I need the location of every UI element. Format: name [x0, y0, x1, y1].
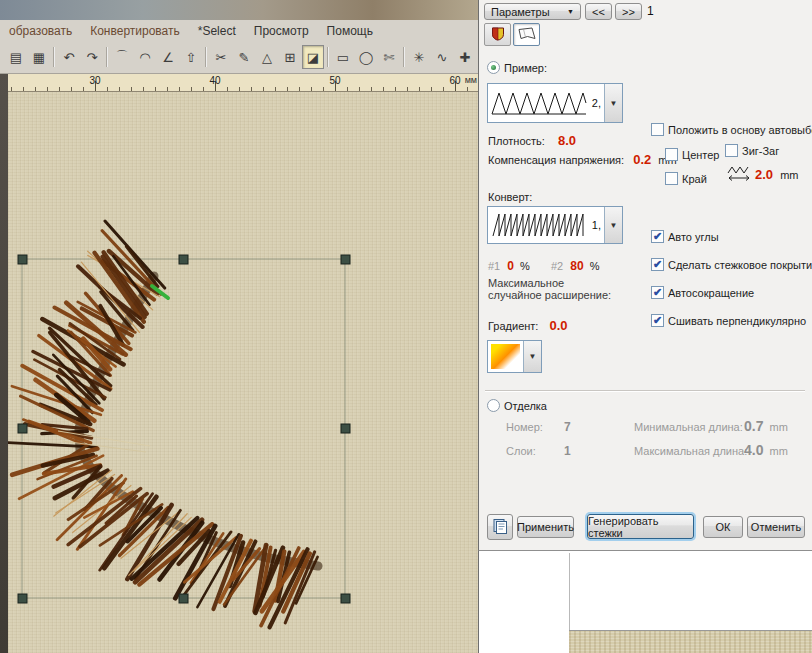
generate-stitches-button[interactable]: Генерировать стежки: [587, 514, 694, 539]
toolbar-protractor-button[interactable]: ◠: [134, 45, 156, 69]
compensation-row: Компенсация напряжения: 0.2 mm: [488, 152, 677, 167]
checkbox-label: Автосокращение: [668, 287, 754, 299]
ruler-label: 50: [323, 75, 347, 86]
toolbar-scissors-button[interactable]: ✄: [378, 45, 400, 69]
menu-item-transform[interactable]: образовать: [0, 24, 81, 38]
density-value[interactable]: 8.0: [558, 133, 576, 148]
parameters-menu-button[interactable]: Параметры ▼: [484, 3, 581, 20]
toolbar-undo-button[interactable]: ↶: [58, 45, 80, 69]
shield-tool-button[interactable]: [484, 23, 511, 46]
envelope-pattern-combo[interactable]: 1, ▼: [487, 206, 623, 244]
gradient-color-swatch: [488, 341, 523, 372]
toolbar-nodes-button[interactable]: ✚: [454, 45, 476, 69]
checkbox-label: Положить в основу автовыбор: [668, 124, 812, 136]
next-button[interactable]: >>: [615, 3, 642, 20]
combo-arrow-icon[interactable]: ▼: [604, 207, 622, 243]
checkbox-stitch-perp[interactable]: ✔ Сшивать перпендикулярно: [651, 314, 806, 327]
min-length-value: 0.7: [744, 418, 763, 434]
compensation-value[interactable]: 0.2: [633, 152, 651, 167]
combo-arrow-icon[interactable]: ▼: [523, 341, 541, 372]
checkbox-auto-corners[interactable]: ✔ Авто углы: [651, 230, 719, 243]
checkbox-box: [651, 123, 664, 136]
checkbox-zigzag[interactable]: Зиг-Заг: [725, 144, 779, 157]
library-button[interactable]: [487, 514, 513, 540]
toolbar-frame-button[interactable]: ▭: [332, 45, 354, 69]
selection-handle[interactable]: [18, 424, 27, 433]
checkbox-box: ✔: [651, 230, 664, 243]
combo-arrow-icon[interactable]: ▼: [604, 84, 622, 122]
toolbar-copy-button[interactable]: ▦: [28, 45, 50, 69]
vertical-ruler: [0, 74, 8, 653]
toolbar-paste-button[interactable]: ▤: [5, 45, 27, 69]
layers-row: Слои: 1: [506, 444, 571, 458]
cancel-button[interactable]: Отменить: [747, 516, 805, 538]
menu-item-view[interactable]: Просмотр: [245, 24, 318, 38]
min-length-row: Минимальная длина: 0.7 mm: [634, 418, 788, 434]
checkbox-box: [725, 144, 738, 157]
p2-value[interactable]: 80: [570, 259, 583, 273]
toolbar-wave-button[interactable]: ∿: [431, 45, 453, 69]
zigzag-measure-icon: [727, 165, 751, 184]
toolbar-redo-button[interactable]: ↷: [81, 45, 103, 69]
toolbar-separator: [327, 47, 329, 67]
checkbox-stitch-cover[interactable]: ✔ Сделать стежковое покрытие: [651, 258, 812, 271]
checkbox-center[interactable]: Центер: [665, 148, 719, 161]
apply-button[interactable]: Применить: [517, 516, 574, 538]
ruler-label: 40: [203, 75, 227, 86]
selection-handle[interactable]: [179, 594, 188, 603]
example-radio[interactable]: Пример:: [487, 61, 547, 74]
checkbox-auto-shorten[interactable]: ✔ Автосокращение: [651, 286, 754, 299]
toolbar-ellipse-button[interactable]: ◯: [355, 45, 377, 69]
app-window: образовать Конвертировать *Select Просмо…: [0, 0, 812, 653]
toolbar-knife-button[interactable]: ✂: [210, 45, 232, 69]
checkbox-edge[interactable]: Край: [665, 172, 707, 185]
ok-button[interactable]: ОК: [703, 516, 743, 538]
checkbox-auto-base[interactable]: Положить в основу автовыбор: [651, 123, 812, 136]
menu-item-convert[interactable]: Конвертировать: [81, 24, 189, 38]
toolbar-arrow-up-button[interactable]: ⇧: [180, 45, 202, 69]
gradient-color-combo[interactable]: ▼: [487, 340, 542, 373]
zigzag-width-value[interactable]: 2.0: [755, 167, 773, 182]
zigzag-width-row: 2.0 mm: [755, 167, 798, 182]
flag-icon: [517, 26, 537, 43]
radio-mark: [487, 61, 500, 74]
canvas-area[interactable]: [8, 92, 478, 653]
p1-value[interactable]: 0: [507, 259, 514, 273]
selection-handle[interactable]: [341, 424, 350, 433]
gradient-label: Градиент:: [488, 320, 538, 332]
ruler-unit: мм: [465, 75, 477, 85]
selection-handle[interactable]: [18, 255, 27, 264]
example-pattern-combo[interactable]: 2, ▼: [487, 83, 623, 123]
selection-handle[interactable]: [179, 255, 188, 264]
shield-icon: [490, 26, 506, 44]
selection-handle[interactable]: [341, 594, 350, 603]
menu-item-select[interactable]: *Select: [189, 24, 245, 38]
toolbar-star-button[interactable]: ✳: [408, 45, 430, 69]
toolbar-grid-button[interactable]: ⊞: [279, 45, 301, 69]
embroidery-design[interactable]: [8, 92, 478, 653]
lower-panel: [478, 551, 812, 653]
toolbar-arc-button[interactable]: ⌒: [111, 45, 133, 69]
toolbar-angle-button[interactable]: ∠: [157, 45, 179, 69]
parameters-panel: Параметры ▼ << >> 1 Пример:: [478, 0, 812, 551]
p1-unit: %: [520, 260, 530, 272]
selection-handle[interactable]: [341, 255, 350, 264]
toolbar-triangle-button[interactable]: △: [256, 45, 278, 69]
checkbox-box: [665, 148, 678, 161]
toolbar-eraser-button[interactable]: ◪: [302, 45, 324, 69]
toolbar-separator: [205, 47, 207, 67]
checkbox-box: ✔: [651, 314, 664, 327]
finish-label: Отделка: [504, 400, 547, 412]
checkbox-label: Центер: [682, 149, 719, 161]
finish-radio[interactable]: Отделка: [487, 399, 547, 412]
layers-value: 1: [564, 444, 571, 458]
prev-button[interactable]: <<: [585, 3, 612, 20]
selection-handle[interactable]: [18, 594, 27, 603]
checkbox-label: Сделать стежковое покрытие: [668, 259, 812, 271]
toolbar-pen-button[interactable]: ✎: [233, 45, 255, 69]
envelope-pattern-value: 1,: [592, 219, 601, 231]
flag-tool-button[interactable]: [513, 23, 540, 46]
gradient-value[interactable]: 0.0: [550, 318, 568, 333]
gradient-row: Градиент: 0.0: [488, 318, 568, 333]
menu-item-help[interactable]: Помощь: [318, 24, 382, 38]
